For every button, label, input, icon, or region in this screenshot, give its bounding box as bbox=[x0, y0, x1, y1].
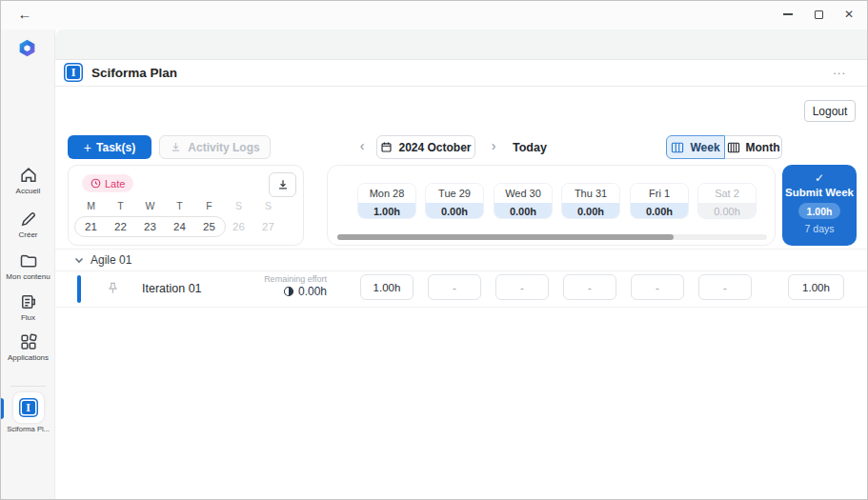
submit-week-button[interactable]: ✓ Submit Week 1.00h 7 days bbox=[782, 165, 857, 246]
day-header: T bbox=[106, 200, 135, 211]
day-header: S bbox=[253, 200, 283, 211]
app-header: I Sciforma Plan ... bbox=[55, 60, 868, 87]
sidebar-item-sciforma[interactable]: I Sciforma Pl... bbox=[1, 392, 55, 433]
previous-period-icon[interactable]: ‹ bbox=[355, 138, 369, 153]
effort-cell-tue[interactable]: - bbox=[428, 274, 481, 300]
effort-cell-wed[interactable]: - bbox=[495, 274, 549, 300]
day-chip-value: 0.00h bbox=[562, 203, 619, 219]
effort-cell-fri[interactable]: - bbox=[631, 274, 684, 300]
day-chip-mon[interactable]: Mon 28 1.00h bbox=[357, 183, 416, 219]
date-cell[interactable]: 25 bbox=[194, 217, 224, 236]
home-icon bbox=[19, 166, 38, 185]
late-week-card: Late M T W T F S S 21 22 23 24 25 26 bbox=[68, 165, 304, 246]
date-cell[interactable]: 21 bbox=[76, 217, 106, 236]
logout-button[interactable]: Logout bbox=[804, 100, 856, 122]
group-label: Agile 01 bbox=[91, 253, 131, 267]
sidebar-item-label: Mon contenu bbox=[6, 272, 50, 281]
plus-icon: + bbox=[84, 140, 91, 155]
sidebar-item-creer[interactable]: Créer bbox=[1, 210, 55, 239]
task-name[interactable]: Iteration 01 bbox=[142, 282, 202, 295]
sidebar-item-label: Applications bbox=[8, 353, 49, 362]
add-task-button[interactable]: + Task(s) bbox=[68, 135, 151, 159]
more-options-icon[interactable]: ... bbox=[833, 63, 846, 77]
sidebar-item-accueil[interactable]: Accueil bbox=[1, 166, 55, 195]
maximize-icon bbox=[815, 10, 823, 19]
sidebar-item-applications[interactable]: Applications bbox=[1, 332, 55, 362]
day-chip-wed[interactable]: Wed 30 0.00h bbox=[494, 183, 553, 219]
late-badge-label: Late bbox=[105, 178, 125, 190]
sciforma-app-icon: I bbox=[19, 398, 38, 417]
date-cell[interactable]: 23 bbox=[135, 217, 165, 236]
effort-cell-mon[interactable]: 1.00h bbox=[360, 274, 414, 300]
day-chip-thu[interactable]: Thu 31 0.00h bbox=[561, 183, 620, 219]
pin-icon[interactable] bbox=[106, 281, 120, 295]
week-toggle[interactable]: Week bbox=[666, 135, 725, 159]
day-header: F bbox=[194, 200, 224, 211]
day-header: S bbox=[224, 200, 253, 211]
day-header: M bbox=[76, 200, 106, 211]
sidebar-item-flux[interactable]: Flux bbox=[1, 292, 55, 322]
period-label: 2024 October bbox=[398, 141, 471, 154]
week-strip-card: Mon 28 1.00h Tue 29 0.00h Wed 30 0.00h T… bbox=[327, 165, 776, 246]
mini-calendar: M T W T F S S 21 22 23 24 25 26 27 bbox=[76, 200, 292, 236]
maximize-button[interactable] bbox=[804, 1, 833, 28]
minimize-button[interactable] bbox=[774, 1, 802, 28]
date-cell: 27 bbox=[253, 217, 283, 236]
activity-logs-label: Activity Logs bbox=[188, 141, 259, 154]
group-row-agile[interactable]: Agile 01 bbox=[55, 250, 868, 270]
check-icon: ✓ bbox=[815, 171, 824, 185]
sidebar-item-label: Flux bbox=[21, 313, 35, 322]
date-cell: 26 bbox=[224, 217, 253, 236]
apps-icon bbox=[19, 332, 38, 351]
day-header: T bbox=[165, 200, 194, 211]
scrollbar-thumb[interactable] bbox=[337, 234, 674, 240]
day-chip-label: Sat 2 bbox=[698, 184, 756, 203]
day-chip-label: Thu 31 bbox=[562, 184, 619, 203]
day-chip-value: 0.00h bbox=[426, 203, 483, 219]
titlebar: ← ✕ bbox=[1, 1, 867, 30]
month-toggle-label: Month bbox=[746, 141, 780, 154]
task-row-iteration: Iteration 01 Remaining effort 0.00h 1.00… bbox=[55, 271, 868, 307]
close-button[interactable]: ✕ bbox=[835, 1, 863, 28]
activity-logs-button[interactable]: Activity Logs bbox=[159, 135, 271, 159]
export-week-button[interactable] bbox=[269, 172, 296, 197]
download-icon bbox=[276, 178, 290, 191]
shell-topbar: ⚙ ? bbox=[55, 30, 868, 60]
day-chip-tue[interactable]: Tue 29 0.00h bbox=[425, 183, 484, 219]
sidebar-item-label: Accueil bbox=[16, 187, 41, 195]
effort-cell-thu[interactable]: - bbox=[563, 274, 616, 300]
pie-icon bbox=[283, 286, 294, 297]
download-icon bbox=[170, 141, 182, 153]
submit-week-total: 1.00h bbox=[798, 203, 841, 219]
m365-logo-icon[interactable] bbox=[14, 35, 40, 61]
period-picker-button[interactable]: 2024 October bbox=[376, 135, 475, 159]
sidebar-item-mon-contenu[interactable]: Mon contenu bbox=[1, 251, 55, 281]
next-period-icon[interactable]: › bbox=[487, 138, 500, 153]
sciforma-app-card: I bbox=[13, 392, 44, 423]
horizontal-scrollbar[interactable] bbox=[337, 234, 767, 240]
add-task-label: Task(s) bbox=[96, 141, 135, 154]
sidebar-divider bbox=[10, 386, 46, 387]
mini-calendar-headers: M T W T F S S bbox=[76, 200, 292, 211]
month-toggle[interactable]: Month bbox=[725, 135, 782, 159]
sidebar-item-label: Sciforma Pl... bbox=[7, 425, 50, 433]
day-chip-fri[interactable]: Fri 1 0.00h bbox=[630, 183, 689, 219]
close-icon: ✕ bbox=[844, 8, 854, 21]
page-title: Sciforma Plan bbox=[91, 66, 177, 80]
date-cell[interactable]: 24 bbox=[165, 217, 194, 236]
back-icon[interactable]: ← bbox=[14, 6, 35, 25]
week-toggle-label: Week bbox=[690, 141, 719, 154]
day-chip-label: Mon 28 bbox=[358, 184, 415, 203]
submit-week-label: Submit Week bbox=[785, 187, 854, 198]
day-header: W bbox=[135, 200, 165, 211]
minimize-icon bbox=[783, 13, 793, 15]
day-chip-sat[interactable]: Sat 2 0.00h bbox=[697, 183, 757, 219]
day-chip-label: Fri 1 bbox=[631, 184, 688, 203]
divider bbox=[55, 307, 868, 308]
effort-cell-sat[interactable]: - bbox=[698, 274, 752, 300]
day-chip-label: Wed 30 bbox=[495, 184, 552, 203]
date-cell[interactable]: 22 bbox=[106, 217, 135, 236]
today-button[interactable]: Today bbox=[513, 141, 547, 154]
submit-week-days: 7 days bbox=[805, 223, 835, 234]
mini-calendar-dates: 21 22 23 24 25 26 27 bbox=[76, 217, 292, 236]
